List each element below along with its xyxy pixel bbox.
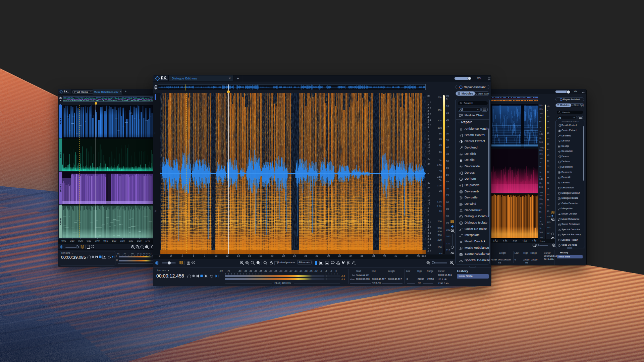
svg-text:s: s (459, 172, 460, 174)
svg-text:=: = (460, 222, 462, 224)
svg-text:s: s (558, 156, 559, 158)
svg-text:o: o (459, 184, 461, 187)
svg-text:=: = (559, 197, 560, 199)
svg-text:o: o (558, 166, 559, 168)
